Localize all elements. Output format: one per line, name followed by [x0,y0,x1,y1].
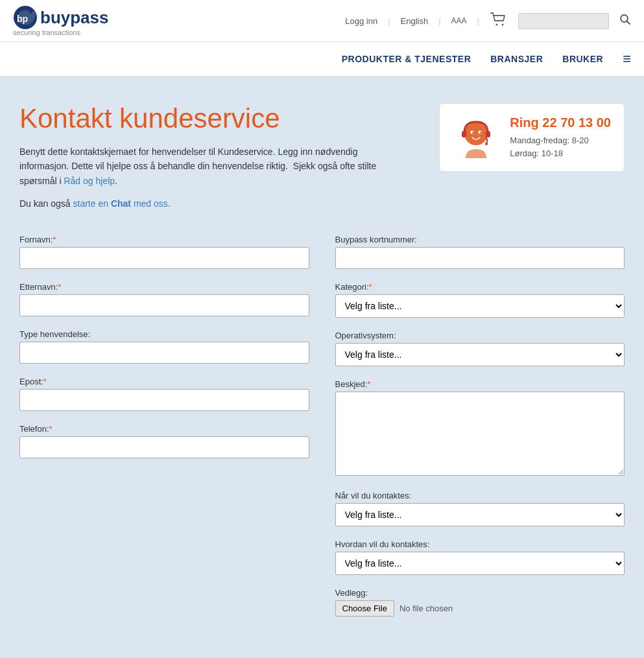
etternavn-group: Etternavn:* [19,282,309,316]
cart-icon[interactable] [490,12,508,30]
epost-required: * [43,377,47,386]
epost-label: Epost:* [19,377,309,386]
telefon-input[interactable] [19,436,309,458]
agent-avatar [453,114,499,161]
beskjed-textarea[interactable] [335,392,625,476]
hours-weekday: Mandag-fredag: 8-20 [510,135,588,145]
logo: bp buypass [13,5,109,30]
beskjed-group: Beskjed:* [335,379,625,478]
divider2: | [438,16,440,26]
hvordan-select[interactable]: Velg fra liste... [335,552,625,575]
choose-file-button[interactable]: Choose File [335,600,394,617]
lang-link[interactable]: English [401,16,429,26]
nar-select[interactable]: Velg fra liste... [335,503,625,526]
nav-produkter[interactable]: PRODUKTER & TJENESTER [342,42,471,76]
search-input[interactable] [518,13,609,29]
hvordan-label: Hvordan vil du kontaktes: [335,539,625,549]
contact-hours: Mandag-fredag: 8-20 Lørdag: 10-18 [510,134,611,159]
divider1: | [388,16,390,26]
contact-form: Fornavn:* Etternavn:* Type henvendelse: … [19,235,625,629]
beskjed-required: * [367,379,370,389]
telefon-group: Telefon:* [19,424,309,458]
main-nav: PRODUKTER & TJENESTER BRANSJER BRUKER ≡ [0,42,644,77]
kortnummer-label: Buypass kortnummer: [335,235,625,244]
epost-input[interactable] [19,389,309,411]
type-label: Type henvendelse: [19,329,309,339]
svg-rect-11 [462,131,466,137]
svg-point-2 [496,23,498,25]
nav-bransjer[interactable]: BRANSJER [490,42,543,76]
svg-line-5 [627,21,630,24]
telefon-label: Telefon:* [19,424,309,434]
vedlegg-label: Vedlegg: [335,588,625,598]
etternavn-input[interactable] [19,294,309,316]
top-bar: bp buypass securing transactions Logg in… [0,0,644,42]
form-right: Buypass kortnummer: Kategori:* Velg fra … [335,235,625,629]
form-left: Fornavn:* Etternavn:* Type henvendelse: … [19,235,309,629]
page-content: Kontakt kundeservice Benytt dette kontak… [0,77,644,658]
hamburger-menu-icon[interactable]: ≡ [623,51,631,67]
os-group: Operativsystem: Velg fra liste... [335,331,625,366]
fornavn-required: * [53,235,56,244]
kategori-label: Kategori:* [335,282,625,292]
type-input[interactable] [19,342,309,364]
os-select[interactable]: Velg fra liste... [335,343,625,366]
kortnummer-group: Buypass kortnummer: [335,235,625,269]
svg-text:bp: bp [17,14,28,24]
chat-link[interactable]: starte en Chat med oss. [73,198,171,209]
page-chat: Du kan også starte en Chat med oss. [19,198,439,209]
logo-area: bp buypass securing transactions [13,5,109,36]
kategori-group: Kategori:* Velg fra liste... [335,282,625,318]
page-header: Kontakt kundeservice Benytt dette kontak… [19,103,625,209]
file-row: Choose File No file chosen [335,600,625,617]
telefon-required: * [49,424,53,434]
contact-card: Ring 22 70 13 00 Mandag-fredag: 8-20 Lør… [439,103,625,172]
etternavn-required: * [58,282,61,292]
divider3: | [477,16,479,26]
login-link[interactable]: Logg inn [345,16,377,26]
os-label: Operativsystem: [335,331,625,340]
fornavn-label: Fornavn:* [19,235,309,244]
contact-phone: Ring 22 70 13 00 [510,115,611,130]
svg-point-10 [480,132,481,134]
vedlegg-group: Vedlegg: Choose File No file chosen [335,588,625,617]
beskjed-label: Beskjed:* [335,379,625,389]
rad-og-hjelp-link[interactable]: Råd og hjelp [64,176,115,186]
file-chosen-text: No file chosen [400,604,453,613]
kategori-select[interactable]: Velg fra liste... [335,294,625,318]
svg-point-3 [502,23,504,25]
svg-point-13 [485,143,488,145]
top-nav-right: Logg inn | English | AAA | [345,12,631,30]
hours-saturday: Lørdag: 10-18 [510,148,563,158]
kortnummer-input[interactable] [335,247,625,269]
page-intro: Benytt dette kontaktskjemaet for henvend… [19,145,383,188]
page-title: Kontakt kundeservice [19,103,439,134]
epost-group: Epost:* [19,377,309,411]
nar-group: Når vil du kontaktes: Velg fra liste... [335,491,625,526]
kategori-required: * [369,282,372,292]
contact-info: Ring 22 70 13 00 Mandag-fredag: 8-20 Lør… [510,115,611,159]
logo-brand: buypass [40,8,109,28]
svg-point-6 [464,122,488,145]
nav-bruker[interactable]: BRUKER [562,42,603,76]
svg-rect-12 [486,131,490,137]
page-title-area: Kontakt kundeservice Benytt dette kontak… [19,103,439,209]
fornavn-input[interactable] [19,247,309,269]
fornavn-group: Fornavn:* [19,235,309,269]
etternavn-label: Etternavn:* [19,282,309,292]
logo-icon: bp [13,5,38,30]
nar-label: Når vil du kontaktes: [335,491,625,500]
search-button[interactable] [619,14,631,29]
hvordan-group: Hvordan vil du kontaktes: Velg fra liste… [335,539,625,575]
logo-tagline: securing transactions [13,29,80,36]
font-size-toggle[interactable]: AAA [451,16,467,25]
type-group: Type henvendelse: [19,329,309,364]
svg-point-9 [472,132,473,134]
